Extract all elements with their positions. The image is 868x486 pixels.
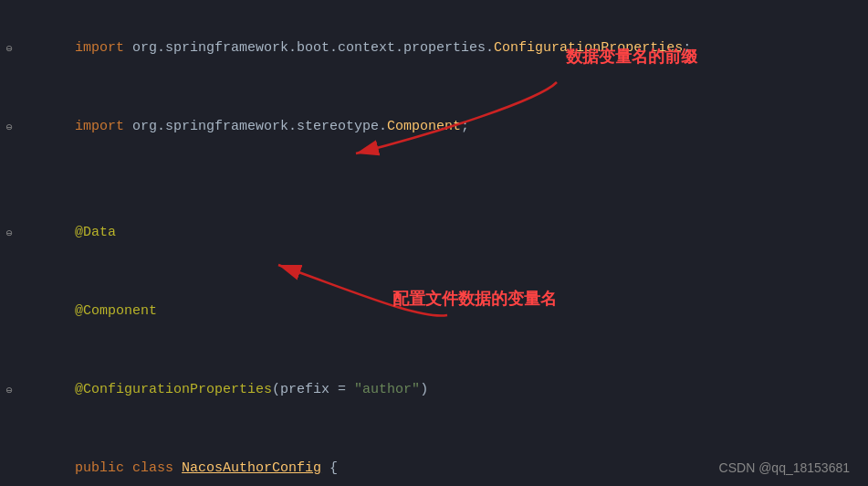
watermark: CSDN @qq_18153681 [719,460,850,475]
annotation-label-2: 配置文件数据的变量名 [392,288,557,310]
annotations-overlay [0,0,868,486]
annotation-label-1: 数据变量名的前缀 [566,46,697,68]
